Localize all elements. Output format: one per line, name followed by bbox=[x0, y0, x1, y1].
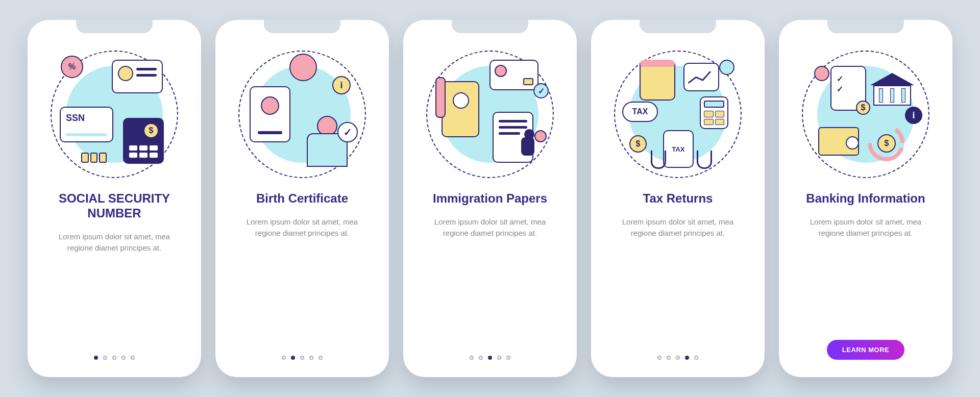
hand-left-icon bbox=[651, 151, 666, 169]
phone-immigration: ✓ Immigration Papers Lorem ipsum dolor s… bbox=[403, 20, 577, 377]
dot[interactable] bbox=[94, 356, 98, 360]
slide-desc: Lorem ipsum dolor sit amet, mea regione … bbox=[231, 216, 374, 239]
phone-ssn: % SSN $ SOCIAL SECURITY NUMBER Lorem ips… bbox=[28, 20, 201, 377]
learn-more-button[interactable]: LEARN MORE bbox=[827, 340, 904, 360]
bank-icon bbox=[870, 73, 914, 110]
coins-icon bbox=[81, 153, 107, 163]
passport-icon bbox=[442, 81, 479, 137]
magnifier-icon bbox=[719, 60, 734, 75]
slide-title: SOCIAL SECURITY NUMBER bbox=[43, 191, 186, 221]
slide-desc: Lorem ipsum dolor sit amet, mea regione … bbox=[419, 216, 561, 239]
illustration-tax: TAX $ TAX bbox=[614, 51, 742, 178]
phone-tax: TAX $ TAX Tax Returns Lorem ipsum dolor … bbox=[591, 20, 765, 377]
dot[interactable] bbox=[282, 356, 286, 360]
dot[interactable] bbox=[300, 356, 304, 360]
magnifier-icon bbox=[846, 136, 859, 150]
dot[interactable] bbox=[291, 356, 295, 360]
phone-notch bbox=[640, 20, 716, 33]
pagination-dots bbox=[282, 356, 323, 363]
traveler-icon bbox=[519, 129, 545, 160]
dot[interactable] bbox=[121, 356, 126, 360]
dot[interactable] bbox=[131, 356, 135, 360]
clock-icon bbox=[814, 66, 829, 81]
slide-desc: Lorem ipsum dolor sit amet, mea regione … bbox=[794, 216, 937, 239]
percent-icon: % bbox=[68, 62, 76, 71]
pagination-dots bbox=[94, 356, 135, 363]
dot[interactable] bbox=[479, 356, 483, 360]
illustration-immigration: ✓ bbox=[426, 51, 554, 178]
hand-right-icon bbox=[697, 151, 712, 169]
slide-desc: Lorem ipsum dolor sit amet, mea regione … bbox=[43, 231, 186, 254]
phone-banking: ✓✓$ i $ Banking Information Lorem ipsum … bbox=[779, 20, 952, 377]
dot[interactable] bbox=[309, 356, 313, 360]
phone-notch bbox=[264, 20, 340, 33]
slide-title: Immigration Papers bbox=[433, 191, 547, 206]
baby-icon bbox=[289, 54, 317, 81]
dot[interactable] bbox=[694, 356, 698, 360]
check-icon: ✓ bbox=[337, 122, 358, 142]
info-icon: i bbox=[332, 76, 351, 94]
dot[interactable] bbox=[470, 356, 474, 360]
slide-title: Birth Certificate bbox=[256, 191, 348, 206]
illustration-birth: i ✓ bbox=[238, 51, 366, 178]
dot[interactable] bbox=[103, 356, 107, 360]
dot[interactable] bbox=[657, 356, 662, 360]
ssn-card-label: SSN bbox=[66, 113, 85, 123]
dot[interactable] bbox=[506, 356, 510, 360]
phone-birth: i ✓ Birth Certificate Lorem ipsum dolor … bbox=[215, 20, 389, 377]
slide-title: Banking Information bbox=[806, 191, 925, 206]
phone-notch bbox=[827, 20, 904, 33]
illustration-banking: ✓✓$ i $ bbox=[802, 51, 929, 178]
dot[interactable] bbox=[667, 356, 671, 360]
onboarding-row: % SSN $ SOCIAL SECURITY NUMBER Lorem ips… bbox=[28, 20, 952, 377]
dot[interactable] bbox=[488, 356, 492, 360]
slide-desc: Lorem ipsum dolor sit amet, mea regione … bbox=[606, 216, 749, 239]
dot[interactable] bbox=[318, 356, 323, 360]
slide-title: Tax Returns bbox=[643, 191, 713, 206]
dot[interactable] bbox=[685, 356, 689, 360]
dot[interactable] bbox=[497, 356, 501, 360]
tax-badge: TAX bbox=[622, 102, 658, 122]
calculator-icon bbox=[700, 96, 728, 129]
illustration-ssn: % SSN $ bbox=[51, 51, 178, 178]
phone-notch bbox=[452, 20, 528, 33]
pagination-dots bbox=[657, 356, 698, 363]
phone-notch bbox=[76, 20, 153, 33]
pagination-dots bbox=[470, 356, 510, 363]
dot[interactable] bbox=[112, 356, 116, 360]
dot[interactable] bbox=[676, 356, 680, 360]
